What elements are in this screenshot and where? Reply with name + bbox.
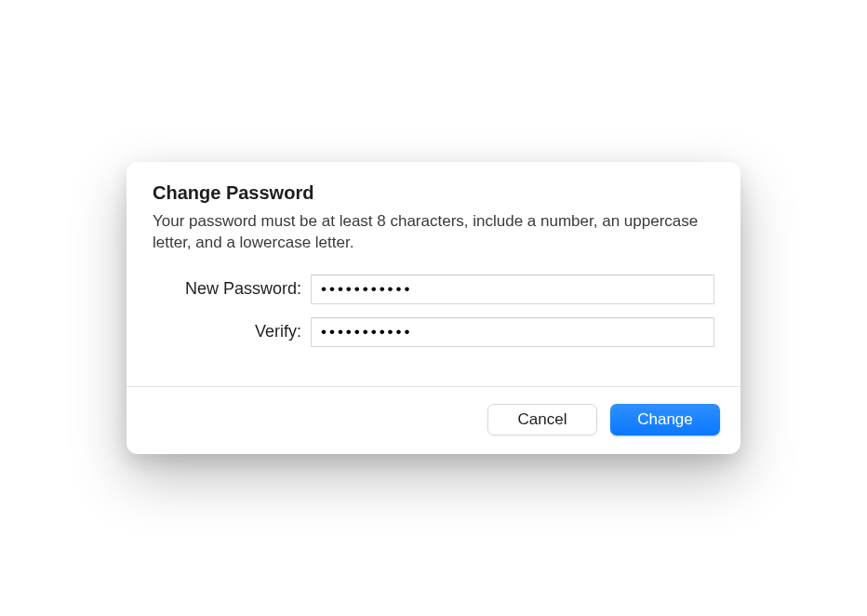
verify-password-input[interactable] <box>311 317 714 347</box>
verify-password-label: Verify: <box>153 322 311 341</box>
new-password-input[interactable] <box>311 275 714 304</box>
dialog-description: Your password must be at least 8 charact… <box>153 211 714 254</box>
new-password-label: New Password: <box>153 279 311 299</box>
cancel-button[interactable]: Cancel <box>487 404 597 435</box>
verify-password-row: Verify: <box>153 317 714 347</box>
new-password-row: New Password: <box>153 275 714 304</box>
dialog-title: Change Password <box>153 182 714 204</box>
change-button[interactable]: Change <box>610 404 720 435</box>
change-password-dialog: Change Password Your password must be at… <box>127 162 740 454</box>
dialog-footer: Cancel Change <box>127 386 740 454</box>
dialog-content: Change Password Your password must be at… <box>127 162 740 386</box>
